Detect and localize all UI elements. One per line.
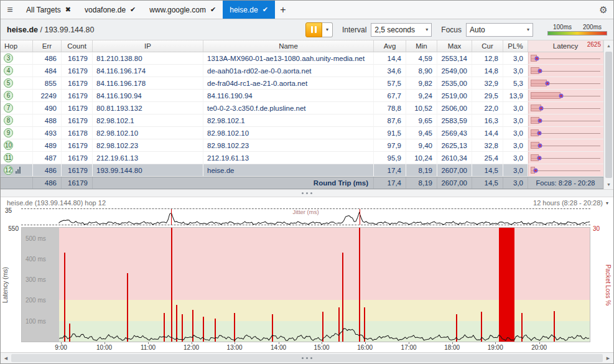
x-tick-label: 9:00 xyxy=(55,344,67,351)
graphed-hop-icon xyxy=(16,167,21,174)
focus-select[interactable]: Auto ▾ xyxy=(466,23,533,37)
cell-avg: 57,5 xyxy=(374,77,406,89)
table-row-hop-9[interactable]: 94931617882.98.102.1082.98.102.1091,59,4… xyxy=(1,127,603,139)
latency-trace xyxy=(22,228,590,342)
cell-pl: 13,9 xyxy=(503,90,528,101)
tab-heise-de[interactable]: heise.de✔ xyxy=(223,1,275,19)
cell-ip: 82.98.102.1 xyxy=(93,114,203,126)
table-row-hop-6[interactable]: 622491617984.116.190.9484.116.190.9467,7… xyxy=(1,90,603,102)
scroll-down-icon[interactable]: ▼ xyxy=(604,179,613,189)
time-axis: 9:0010:0011:0012:0013:0014:0015:0016:001… xyxy=(21,342,590,352)
col-header-avg[interactable]: Avg xyxy=(374,40,406,52)
scroll-right-icon[interactable]: ▶ xyxy=(603,353,613,363)
cell-name: 1313A-MX960-01-ae13-1080.aah.unity-media… xyxy=(203,52,374,64)
hop-number-badge: 8 xyxy=(4,116,13,125)
cell-max: 2610,34 xyxy=(437,152,472,164)
hop-number-badge: 6 xyxy=(4,91,13,100)
tab-label: vodafone.de xyxy=(85,6,126,14)
x-tick-label: 17:00 xyxy=(401,344,417,351)
col-header-latency[interactable]: Latency 2625 xyxy=(528,40,603,52)
col-header-pl[interactable]: PL% xyxy=(503,40,528,52)
cell-min: 10,52 xyxy=(406,102,437,114)
cell-ip: 84.116.190.94 xyxy=(93,90,203,101)
cell-max: 2583,59 xyxy=(437,114,472,126)
cell-avg: 78,8 xyxy=(374,102,406,114)
latency-bar-cell xyxy=(528,114,603,126)
focus-label: Focus xyxy=(441,26,462,34)
table-row-hop-5[interactable]: 58551617984.116.196.178de-fra04d-rc1-ae-… xyxy=(1,77,603,90)
cell-pl: 3,0 xyxy=(503,102,528,114)
hop-number-badge: 10 xyxy=(4,141,13,150)
scroll-left-icon[interactable]: ◀ xyxy=(1,353,11,363)
latency-avg-box xyxy=(531,80,547,86)
table-row-hop-7[interactable]: 74901617980.81.193.132te0-0-2-3.c350.f.d… xyxy=(1,102,603,114)
table-row-hop-10[interactable]: 104891617982.98.102.2382.98.102.2397,99,… xyxy=(1,139,603,152)
close-icon[interactable]: ✖ xyxy=(65,6,71,14)
col-header-hop[interactable]: Hop xyxy=(1,40,33,52)
x-tick-label: 20:00 xyxy=(531,344,547,351)
col-header-max[interactable]: Max xyxy=(437,40,472,52)
table-row-hop-11[interactable]: 1148716179212.19.61.13212.19.61.1395,910… xyxy=(1,152,603,164)
cell-max: 2506,00 xyxy=(437,102,472,114)
table-row-hop-3[interactable]: 34861617981.210.138.801313A-MX960-01-ae1… xyxy=(1,52,603,65)
pause-button[interactable] xyxy=(305,22,322,37)
footer-max: 2607,00 xyxy=(437,177,472,189)
cell-cur: 32,8 xyxy=(472,139,503,151)
tab-bar: ≡ All Targets✖vodafone.de✔www.google.com… xyxy=(1,1,613,19)
x-tick-label: 11:00 xyxy=(141,344,156,351)
timeline-scrollbar-thumb[interactable] xyxy=(11,354,603,362)
table-scrollbar-track[interactable] xyxy=(604,50,613,179)
col-header-min[interactable]: Min xyxy=(406,40,437,52)
table-scrollbar-thumb[interactable] xyxy=(605,52,612,178)
table-scrollbar[interactable]: ▲ ▼ xyxy=(603,40,613,189)
pause-dropdown-arrow[interactable]: ▾ xyxy=(322,22,333,37)
tab-vodafone-de[interactable]: vodafone.de✔ xyxy=(78,1,142,19)
cell-pl: 3,0 xyxy=(503,139,528,151)
latency-current-marker xyxy=(539,106,544,110)
pane-splitter[interactable] xyxy=(1,189,613,197)
table-row-hop-4[interactable]: 44841617984.116.196.174de-aah01a-rd02-ae… xyxy=(1,65,603,77)
interval-select[interactable]: 2,5 seconds ▾ xyxy=(371,23,432,37)
legend-high-label: 200ms xyxy=(583,24,602,30)
cell-pl: 5,3 xyxy=(503,77,528,89)
tab-www-google-com[interactable]: www.google.com✔ xyxy=(142,1,223,19)
add-target-button[interactable]: + xyxy=(275,1,291,19)
settings-gear-icon[interactable]: ⚙ xyxy=(593,1,613,19)
hop-number-badge: 3 xyxy=(4,54,13,63)
menu-icon[interactable]: ≡ xyxy=(1,1,19,19)
scroll-up-icon[interactable]: ▲ xyxy=(604,40,613,50)
cell-err: 855 xyxy=(33,77,62,89)
cell-min: 9,65 xyxy=(406,114,437,126)
latency-bar-cell xyxy=(528,90,603,101)
cell-avg: 87,6 xyxy=(374,114,406,126)
cell-err: 488 xyxy=(33,114,62,126)
tab-label: heise.de xyxy=(230,6,258,14)
check-icon: ✔ xyxy=(263,6,268,14)
table-row-hop-8[interactable]: 84881617982.98.102.182.98.102.187,69,652… xyxy=(1,114,603,127)
cell-avg: 17,4 xyxy=(374,164,406,176)
table-row-hop-12[interactable]: 1248616179193.99.144.80heise.de17,48,192… xyxy=(1,164,603,177)
cell-pl: 3,0 xyxy=(503,152,528,164)
target-tabs: All Targets✖vodafone.de✔www.google.com✔h… xyxy=(19,1,275,19)
target-host: heise.de xyxy=(7,26,38,34)
jitter-spike-line xyxy=(171,209,172,225)
hop-rows: 34861617981.210.138.801313A-MX960-01-ae1… xyxy=(1,52,603,177)
round-trip-row[interactable]: 486 16179 Round Trip (ms) 17,4 8,19 2607… xyxy=(1,177,603,189)
timeline-scrollbar[interactable]: ◀ ▶ xyxy=(1,352,613,363)
col-header-count[interactable]: Count xyxy=(62,40,93,52)
latency-header-label: Latency xyxy=(553,42,578,50)
target-separator: / xyxy=(38,26,44,34)
col-header-cur[interactable]: Cur xyxy=(472,40,503,52)
col-header-ip[interactable]: IP xyxy=(93,40,203,52)
latency-plot[interactable]: 500 ms400 ms300 ms200 ms100 ms xyxy=(21,227,590,342)
time-range-selector[interactable]: 12 hours (8:28 - 20:28) ▾ xyxy=(533,199,608,207)
cell-count: 16179 xyxy=(62,164,93,176)
col-header-name[interactable]: Name xyxy=(203,40,374,52)
cell-max: 2569,43 xyxy=(437,127,472,139)
jitter-plot[interactable]: Jitter (ms) xyxy=(21,208,590,225)
col-header-err[interactable]: Err xyxy=(33,40,62,52)
cell-avg: 67,7 xyxy=(374,90,406,101)
tab-all-targets[interactable]: All Targets✖ xyxy=(19,1,78,19)
cell-cur: 14,8 xyxy=(472,65,503,77)
cell-max: 2607,00 xyxy=(437,164,472,176)
